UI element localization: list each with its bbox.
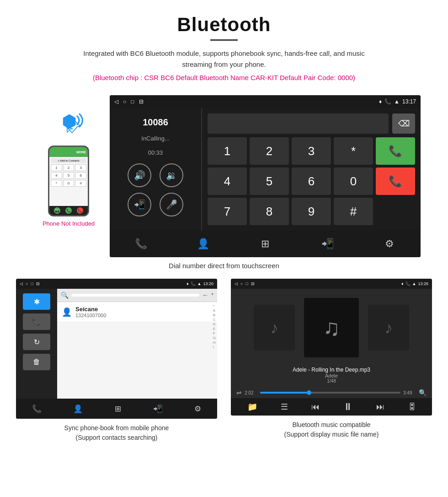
phone-end-call-icon: 📞 bbox=[77, 207, 83, 214]
pb-caption-line2: (Support contacts searching) bbox=[76, 434, 158, 441]
pb-bluetooth-icon[interactable]: ✱ bbox=[23, 293, 50, 310]
dial-key-hash[interactable]: # bbox=[334, 198, 373, 225]
phone-key-3: 3 bbox=[75, 164, 86, 171]
phone-green-call-icon: 📞 bbox=[65, 207, 72, 214]
pb-status-left: ◁ ○ □ ⊟ bbox=[20, 281, 40, 286]
dial-key-6[interactable]: 6 bbox=[292, 167, 331, 195]
dial-input-field[interactable] bbox=[208, 113, 389, 134]
phone-key-0: 0 bbox=[63, 180, 75, 187]
nav-call-icon[interactable]: 📞 bbox=[132, 235, 150, 253]
contact-row-seicane[interactable]: 👤 Seicane 13241007000 bbox=[57, 302, 217, 322]
pb-delete-icon[interactable]: 🗑 bbox=[23, 354, 50, 370]
phonebook-main: 🔍 ← * 👤 Seicane 13241007000 bbox=[57, 289, 217, 399]
pb-search-row: 🔍 ← * bbox=[57, 289, 217, 302]
pb-nav-settings-icon[interactable]: ⚙ bbox=[194, 404, 201, 414]
music-prev-icon[interactable]: ⏮ bbox=[311, 402, 320, 412]
music-bm-icon: ⊟ bbox=[251, 281, 255, 286]
call-number: 10086 bbox=[143, 117, 168, 128]
contact-info: Seicane 13241007000 bbox=[75, 306, 106, 318]
music-back-icon: ◁ bbox=[235, 281, 238, 286]
call-status: InCalling... bbox=[141, 135, 169, 142]
phone-key-6: 6 bbox=[75, 172, 86, 179]
shuffle-icon[interactable]: ⇌ bbox=[236, 389, 242, 396]
music-sq-icon: □ bbox=[245, 281, 248, 286]
music-list-icon[interactable]: ☰ bbox=[281, 402, 288, 412]
volume-up-button[interactable]: 🔊 bbox=[128, 163, 151, 187]
bluetooth-waves-icon: ⯑ ᛒ bbox=[50, 109, 87, 141]
phone-key-4: 4 bbox=[51, 172, 62, 179]
nav-contacts-icon[interactable]: 👤 bbox=[194, 235, 212, 253]
nav-settings-icon[interactable]: ⚙ bbox=[380, 235, 399, 253]
answer-call-button[interactable]: 📞 bbox=[376, 137, 415, 165]
progress-bar[interactable] bbox=[260, 392, 400, 394]
dial-key-4[interactable]: 4 bbox=[208, 167, 247, 195]
pb-nav-contacts-icon[interactable]: 👤 bbox=[73, 404, 83, 414]
status-bar: ◁ ○ □ ⊟ ♦ 📞 ▲ 13:17 bbox=[110, 95, 421, 108]
phone-screen: + Add to Contacts 1 2 3 4 5 6 * 0 # bbox=[49, 157, 88, 206]
bluetooth-icon-area: ⬢ ⯑ ᛒ bbox=[50, 109, 87, 141]
dial-backspace-button[interactable]: ⌫ bbox=[392, 113, 415, 134]
pb-phone-sidebar-icon[interactable]: 📞 bbox=[23, 313, 50, 330]
mute-button[interactable]: 🎤 bbox=[160, 193, 183, 216]
pb-search-icon: 🔍 bbox=[61, 292, 69, 299]
music-status-left: ◁ ○ □ ⊟ bbox=[235, 281, 255, 286]
music-note-main-icon: ♫ bbox=[323, 314, 340, 341]
end-call-button[interactable]: 📞 bbox=[376, 167, 415, 195]
phonebook-status-bar: ◁ ○ □ ⊟ ♦ 📞 ▲ 13:20 bbox=[16, 279, 217, 289]
status-bar-right: ♦ 📞 ▲ 13:17 bbox=[379, 98, 416, 105]
dial-key-5[interactable]: 5 bbox=[250, 167, 289, 195]
phone-status-icon: 📞 bbox=[384, 98, 391, 105]
music-block: ◁ ○ □ ⊟ ♦ 📞 ▲ 13:26 ♪ bbox=[226, 279, 437, 443]
dial-key-star[interactable]: * bbox=[334, 137, 373, 165]
pb-search-field[interactable] bbox=[71, 294, 199, 297]
pb-bm-icon: ⊟ bbox=[36, 281, 40, 286]
phone-key-2: 2 bbox=[63, 164, 75, 171]
music-search-icon[interactable]: 🔍 bbox=[419, 389, 427, 396]
dial-key-8[interactable]: 8 bbox=[250, 198, 289, 225]
music-home-icon: ○ bbox=[240, 281, 243, 286]
pb-wifi-icon: ▲ bbox=[197, 281, 202, 286]
contact-name: Seicane bbox=[75, 306, 106, 313]
music-caption-line1: Bluetooth music compatible bbox=[292, 421, 370, 428]
square-icon: □ bbox=[131, 98, 134, 105]
dial-key-9[interactable]: 9 bbox=[292, 198, 331, 225]
back-icon: ◁ bbox=[114, 98, 118, 105]
dial-caption: Dial number direct from touchscreen bbox=[0, 262, 448, 270]
music-next-icon[interactable]: ⏭ bbox=[376, 402, 384, 412]
music-status-bar: ◁ ○ □ ⊟ ♦ 📞 ▲ 13:26 bbox=[231, 279, 432, 289]
music-play-pause-icon[interactable]: ⏸ bbox=[343, 401, 353, 413]
call-ctrl-row-1: 🔊 🔉 bbox=[128, 163, 183, 187]
bookmark-icon: ⊟ bbox=[139, 98, 144, 105]
phone-bottom-bar: 📷 📞 📞 bbox=[49, 206, 88, 215]
nav-transfer-icon[interactable]: 📲 bbox=[318, 235, 336, 253]
pb-nav-transfer-icon[interactable]: 📲 bbox=[153, 404, 163, 414]
wifi-icon: ▲ bbox=[394, 98, 400, 105]
music-folder-icon[interactable]: 📁 bbox=[247, 402, 257, 412]
phone-top-text: MORE bbox=[76, 151, 86, 154]
music-status-right: ♦ 📞 ▲ 13:26 bbox=[401, 281, 428, 286]
music-time: 13:26 bbox=[418, 281, 428, 286]
pb-sync-icon[interactable]: ↻ bbox=[23, 334, 50, 350]
pb-nav-call-icon[interactable]: 📞 bbox=[32, 404, 42, 414]
pb-back-arrow-icon[interactable]: ← bbox=[202, 292, 208, 299]
pb-status-right: ♦ 📞 ▲ 13:20 bbox=[187, 281, 213, 286]
transfer-call-button[interactable]: 📲 bbox=[128, 193, 151, 216]
phone-key-1: 1 bbox=[51, 164, 62, 171]
pb-nav-keypad-icon[interactable]: ⊞ bbox=[115, 404, 121, 414]
pb-back-icon: ◁ bbox=[20, 281, 23, 286]
phone-add-contact-label: + Add to Contacts bbox=[51, 158, 86, 163]
dial-key-1[interactable]: 1 bbox=[208, 137, 247, 165]
dial-key-0[interactable]: 0 bbox=[334, 167, 373, 195]
pb-main-wrapper: 👤 Seicane 13241007000 * A B C D bbox=[57, 302, 217, 399]
volume-down-button[interactable]: 🔉 bbox=[160, 163, 183, 187]
music-eq-icon[interactable]: 🎛 bbox=[408, 402, 416, 412]
dial-key-2[interactable]: 2 bbox=[250, 137, 289, 165]
dial-key-7[interactable]: 7 bbox=[208, 198, 247, 225]
dial-key-3[interactable]: 3 bbox=[292, 137, 331, 165]
music-caption-line2: (Support display music file name) bbox=[284, 431, 379, 438]
music-current-time: 2:02 bbox=[245, 390, 257, 395]
progress-fill bbox=[260, 392, 309, 394]
nav-keypad-icon[interactable]: ⊞ bbox=[256, 235, 274, 253]
music-note-right-icon: ♪ bbox=[384, 319, 393, 337]
phone-key-hash: # bbox=[75, 180, 86, 187]
